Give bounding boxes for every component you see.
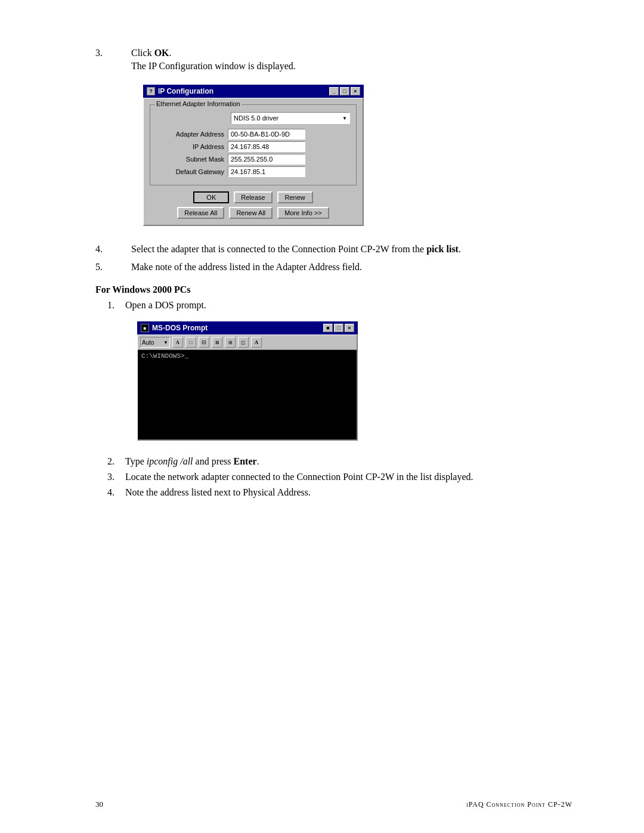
win-step-3: 3. Locate the network adapter connected … xyxy=(107,472,572,482)
win-step-2-italic: ipconfig /all xyxy=(147,456,193,466)
maximize-button[interactable]: □ xyxy=(340,87,349,95)
window-icon: ? xyxy=(147,87,155,95)
adapter-address-row: Adapter Address 00-50-BA-B1-0D-9D xyxy=(156,129,350,140)
close-button[interactable]: × xyxy=(351,87,360,95)
adapter-select[interactable]: NDIS 5.0 driver ▼ xyxy=(231,112,350,124)
win-step-3-text: Locate the network adapter connected to … xyxy=(125,472,572,482)
subnet-mask-label: Subnet Mask xyxy=(156,156,228,163)
window-controls[interactable]: _ □ × xyxy=(329,87,360,95)
dos-maximize-button[interactable]: □ xyxy=(334,324,343,332)
win-step-4-text: Note the address listed next to Physical… xyxy=(125,487,572,498)
dos-titlebar-left: ■ MS-DOS Prompt xyxy=(141,324,208,332)
dos-minimize-button[interactable]: ■ xyxy=(323,324,333,332)
page-footer: 30 iPAQ Connection Point CP-2W xyxy=(0,800,644,809)
step-3-action: Click xyxy=(131,48,154,58)
dos-font-select[interactable]: Auto ▼ xyxy=(140,337,170,348)
dos-screenshot: ■ MS-DOS Prompt ■ □ × xyxy=(137,311,572,451)
win-step-1: 1. Open a DOS prompt. ■ MS-DOS Prompt xyxy=(107,300,572,451)
dos-controls[interactable]: ■ □ × xyxy=(323,324,354,332)
step-3-period: . xyxy=(169,48,172,58)
step-4-end: . xyxy=(459,244,461,254)
win-step-3-label: Locate the network adapter connected to … xyxy=(125,472,473,482)
step-4-number: 4. xyxy=(95,244,131,255)
win-step-2-bold: Enter xyxy=(234,456,257,466)
renew-all-button[interactable]: Renew All xyxy=(229,207,273,219)
default-gateway-row: Default Gateway 24.167.85.1 xyxy=(156,166,350,177)
release-all-button[interactable]: Release All xyxy=(177,207,224,219)
default-gateway-label: Default Gateway xyxy=(156,168,228,175)
step-4: 4. Select the adapter that is connected … xyxy=(95,244,572,255)
dos-toolbar-btn-3[interactable]: ⊟ xyxy=(199,337,209,348)
win-step-2-end: . xyxy=(257,456,259,466)
dos-titlebar: ■ MS-DOS Prompt ■ □ × xyxy=(137,321,358,335)
dos-dropdown-icon: ▼ xyxy=(163,340,168,345)
adapter-address-value: 00-50-BA-B1-0D-9D xyxy=(228,129,305,140)
dos-body: Auto ▼ A □ ⊟ ⊠ ⊞ ◫ A xyxy=(137,335,358,441)
dos-prompt-text: C:\WINDOWS>_ xyxy=(141,352,353,360)
dos-toolbar-btn-5[interactable]: ⊞ xyxy=(225,337,236,348)
windows-heading: For Windows 2000 PCs xyxy=(95,284,191,295)
step-3-desc: The IP Configuration window is displayed… xyxy=(131,61,572,72)
ip-config-screenshot: ? IP Configuration _ □ × Ethernet Adapte… xyxy=(143,74,572,237)
page-number: 30 xyxy=(95,800,103,809)
win-step-1-text: Open a DOS prompt. ■ MS-DOS Prompt ■ xyxy=(125,300,572,451)
window-title: IP Configuration xyxy=(158,87,213,95)
info-table: Adapter Address 00-50-BA-B1-0D-9D IP Add… xyxy=(156,129,350,177)
win-step-4-number: 4. xyxy=(107,487,125,498)
step-3-text: Click OK. The IP Configuration window is… xyxy=(131,48,572,237)
step-3-ok: OK xyxy=(154,48,169,58)
more-info-button[interactable]: More Info >> xyxy=(277,207,329,219)
window-body: Ethernet Adapter Information NDIS 5.0 dr… xyxy=(143,98,364,226)
windows-section-heading: For Windows 2000 PCs xyxy=(95,284,572,295)
adapter-row: NDIS 5.0 driver ▼ xyxy=(156,112,350,124)
release-button[interactable]: Release xyxy=(234,191,272,203)
dos-toolbar-btn-6[interactable]: ◫ xyxy=(238,337,249,348)
step-5-text: Make note of the address listed in the A… xyxy=(131,262,572,272)
dropdown-arrow-icon: ▼ xyxy=(342,116,347,121)
page-content: 3. Click OK. The IP Configuration window… xyxy=(0,0,644,550)
step-3: 3. Click OK. The IP Configuration window… xyxy=(95,48,572,237)
titlebar-left: ? IP Configuration xyxy=(147,87,213,95)
default-gateway-value: 24.167.85.1 xyxy=(228,166,305,177)
dos-toolbar: Auto ▼ A □ ⊟ ⊠ ⊞ ◫ A xyxy=(138,335,357,350)
renew-button[interactable]: Renew xyxy=(277,191,313,203)
buttons-row-2: Release All Renew All More Info >> xyxy=(150,207,357,219)
win-step-2-text: Type ipconfig /all and press Enter. xyxy=(125,456,572,467)
step-5-number: 5. xyxy=(95,262,131,272)
win-step-3-number: 3. xyxy=(107,472,125,482)
step-5: 5. Make note of the address listed in th… xyxy=(95,262,572,272)
win-step-2-pre: Type xyxy=(125,456,147,466)
dos-window: ■ MS-DOS Prompt ■ □ × xyxy=(137,321,358,441)
footer-title: iPAQ Connection Point CP-2W xyxy=(466,800,572,809)
dos-toolbar-btn-2[interactable]: □ xyxy=(185,337,196,348)
ip-address-value: 24.167.85.48 xyxy=(228,141,305,152)
step-4-pre: Select the adapter that is connected to … xyxy=(131,244,426,254)
win-step-1-label: Open a DOS prompt. xyxy=(125,300,206,310)
adapter-address-label: Adapter Address xyxy=(156,131,228,138)
dos-close-button[interactable]: × xyxy=(345,324,354,332)
step-3-number: 3. xyxy=(95,48,131,237)
subnet-mask-value: 255.255.255.0 xyxy=(228,154,305,165)
ok-button[interactable]: OK xyxy=(193,191,229,203)
dos-toolbar-btn-7[interactable]: A xyxy=(251,337,262,348)
win-step-1-number: 1. xyxy=(107,300,125,451)
group-title: Ethernet Adapter Information xyxy=(155,100,242,107)
windows-sub-steps: 1. Open a DOS prompt. ■ MS-DOS Prompt xyxy=(107,300,572,498)
dos-font-value: Auto xyxy=(142,339,154,346)
buttons-row-1: OK Release Renew xyxy=(150,191,357,203)
ip-address-label: IP Address xyxy=(156,143,228,150)
step-4-text: Select the adapter that is connected to … xyxy=(131,244,572,255)
ip-address-row: IP Address 24.167.85.48 xyxy=(156,141,350,152)
subnet-mask-row: Subnet Mask 255.255.255.0 xyxy=(156,154,350,165)
step-4-bold: pick list xyxy=(426,244,459,254)
win-step-4: 4. Note the address listed next to Physi… xyxy=(107,487,572,498)
dos-window-icon: ■ xyxy=(141,324,149,332)
ip-config-window: ? IP Configuration _ □ × Ethernet Adapte… xyxy=(143,85,364,226)
adapter-select-value: NDIS 5.0 driver xyxy=(234,114,278,122)
adapter-group: Ethernet Adapter Information NDIS 5.0 dr… xyxy=(150,104,357,185)
dos-toolbar-btn-4[interactable]: ⊠ xyxy=(212,337,222,348)
win-step-2-number: 2. xyxy=(107,456,125,467)
dos-toolbar-btn-1[interactable]: A xyxy=(172,337,183,348)
minimize-button[interactable]: _ xyxy=(329,87,339,95)
ip-config-titlebar: ? IP Configuration _ □ × xyxy=(143,85,364,98)
